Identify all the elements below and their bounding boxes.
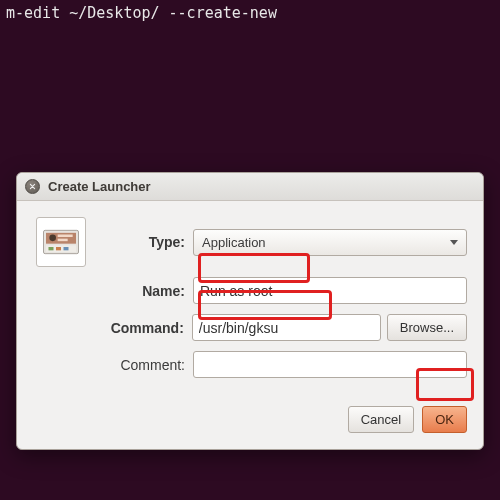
terminal-line: m-edit ~/Desktop/ --create-new: [0, 0, 500, 26]
dialog-title: Create Launcher: [48, 179, 151, 194]
svg-rect-6: [49, 247, 54, 250]
command-input[interactable]: [192, 314, 381, 341]
launcher-icon-button[interactable]: [36, 217, 86, 267]
label-comment: Comment:: [89, 357, 193, 373]
label-command: Command:: [89, 320, 192, 336]
create-launcher-dialog: Create Launcher: [16, 172, 484, 450]
browse-button[interactable]: Browse...: [387, 314, 467, 341]
svg-point-2: [49, 235, 56, 242]
svg-rect-3: [58, 235, 73, 238]
titlebar: Create Launcher: [17, 173, 483, 201]
svg-rect-8: [64, 247, 69, 250]
svg-rect-7: [56, 247, 61, 250]
dialog-button-row: Cancel OK: [17, 402, 483, 449]
launcher-panel-icon: [41, 222, 81, 262]
comment-input[interactable]: [193, 351, 467, 378]
cancel-button[interactable]: Cancel: [348, 406, 414, 433]
ok-button[interactable]: OK: [422, 406, 467, 433]
label-type: Type:: [89, 234, 193, 250]
svg-rect-4: [58, 239, 68, 242]
chevron-down-icon: [450, 240, 458, 245]
type-select-value: Application: [202, 235, 266, 250]
type-select[interactable]: Application: [193, 229, 467, 256]
close-icon[interactable]: [25, 179, 40, 194]
label-name: Name:: [89, 283, 193, 299]
name-input[interactable]: [193, 277, 467, 304]
dialog-content: Type: Application Name: Command: Browse.…: [17, 201, 483, 402]
